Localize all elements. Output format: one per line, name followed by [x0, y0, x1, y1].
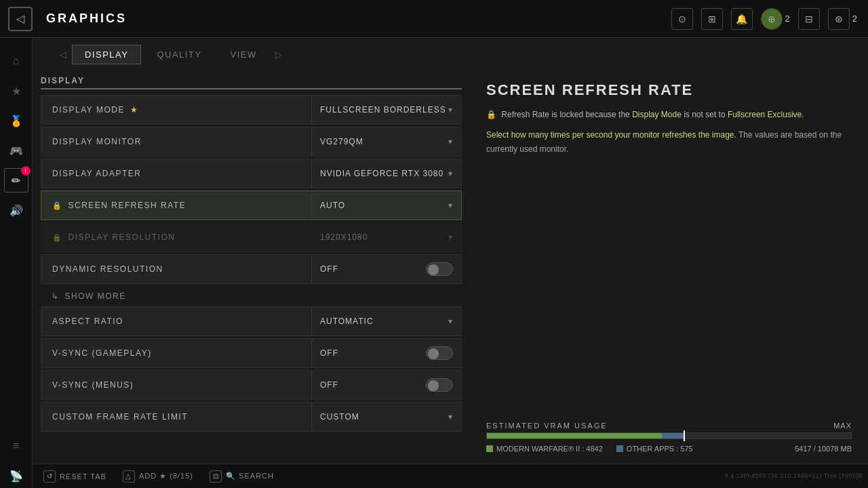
- legend-dot-other: [616, 445, 623, 452]
- page-title: GRAPHICS: [46, 12, 127, 26]
- show-more-label: SHOW MORE: [65, 291, 126, 301]
- content-area: DISPLAY DISPLAY MODE ★ FULLSCREEN BORDER…: [33, 70, 868, 464]
- tab-bar: ◁ DISPLAY QUALITY VIEW ▷: [33, 38, 868, 70]
- detail-locked-text2: is locked because the: [551, 110, 632, 119]
- sidebar-social[interactable]: 📡: [4, 464, 28, 488]
- show-more-row[interactable]: ↳ SHOW MORE: [41, 286, 462, 306]
- reset-tab-label: RESET TAB: [60, 472, 106, 481]
- sidebar-list[interactable]: ≡: [4, 434, 28, 458]
- chevron-icon: ▾: [448, 169, 453, 178]
- vram-header: ESTIMATED VRAM USAGE MAX: [486, 422, 852, 430]
- section-header: DISPLAY: [41, 76, 462, 89]
- row-display-adapter[interactable]: DISPLAY ADAPTER NVIDIA GEFORCE RTX 3080 …: [41, 159, 462, 188]
- row-aspect-ratio-value: AUTOMATIC ▾: [312, 317, 461, 326]
- search-box-icon: ⊡: [210, 470, 222, 483]
- row-display-monitor-value: VG279QM ▾: [312, 137, 461, 146]
- vram-bar: [486, 432, 852, 439]
- version-info: 9.4.13054550 (36.210.1465+11) Trns [7000…: [725, 464, 868, 488]
- row-display-adapter-label: DISPLAY ADAPTER: [41, 169, 311, 178]
- tab-quality[interactable]: QUALITY: [144, 45, 214, 64]
- chevron-icon: ▾: [448, 137, 453, 146]
- row-dynamic-resolution-label: DYNAMIC RESOLUTION: [41, 264, 311, 274]
- row-aspect-ratio-label: ASPECT RATIO: [41, 317, 311, 326]
- row-vsync-menus-value: OFF: [312, 378, 461, 392]
- row-display-mode-value: FULLSCREEN BORDERLESS ▾: [312, 105, 461, 115]
- tab-display[interactable]: DISPLAY: [72, 45, 141, 64]
- row-aspect-ratio[interactable]: ASPECT RATIO AUTOMATIC ▾: [41, 306, 462, 336]
- chevron-icon: ▾: [448, 317, 453, 326]
- settings-icon[interactable]: ⊙: [671, 8, 693, 30]
- row-dynamic-resolution[interactable]: DYNAMIC RESOLUTION OFF: [41, 254, 462, 284]
- row-screen-refresh-label: 🔒 SCREEN REFRESH RATE: [41, 201, 311, 210]
- add-icon: △: [123, 470, 135, 483]
- star-icon: ★: [130, 105, 139, 115]
- row-display-mode[interactable]: DISPLAY MODE ★ FULLSCREEN BORDERLESS ▾: [41, 95, 462, 125]
- left-panel: DISPLAY DISPLAY MODE ★ FULLSCREEN BORDER…: [33, 70, 470, 464]
- vram-mw-label: MODERN WARFARE® II : 4842: [496, 445, 603, 453]
- row-display-monitor-label: DISPLAY MONITOR: [41, 137, 311, 146]
- sidebar-star[interactable]: ★: [4, 79, 28, 103]
- sidebar-badge: !: [21, 166, 31, 176]
- chevron-icon: ▾: [448, 105, 453, 115]
- add-favorite-label: ADD ★ (8/15): [139, 472, 193, 481]
- tab-view[interactable]: VIEW: [218, 45, 270, 64]
- bell-icon[interactable]: 🔔: [731, 8, 753, 30]
- top-bar: ◁ GRAPHICS ⊙ ⊞ 🔔 ⊕ 2 ⊟ ⊛ 2: [0, 0, 868, 38]
- sidebar-controller[interactable]: 🎮: [4, 138, 28, 163]
- row-vsync-gameplay[interactable]: V-SYNC (GAMEPLAY) OFF: [41, 338, 462, 368]
- version-text: 9.4.13054550 (36.210.1465+11) Trns [7000…: [725, 472, 863, 479]
- mission-icon[interactable]: ⊟: [798, 8, 820, 30]
- profile-icon-1[interactable]: ⊕ 2: [761, 8, 790, 30]
- row-screen-refresh-value: AUTO ▾: [312, 201, 461, 210]
- row-vsync-gameplay-label: V-SYNC (GAMEPLAY): [41, 348, 311, 358]
- row-display-mode-label: DISPLAY MODE ★: [41, 105, 311, 115]
- top-bar-right: ⊙ ⊞ 🔔 ⊕ 2 ⊟ ⊛ 2: [671, 8, 868, 30]
- detail-locked-text1: Refresh Rate: [501, 110, 549, 119]
- row-display-monitor[interactable]: DISPLAY MONITOR VG279QM ▾: [41, 127, 462, 157]
- chevron-icon: ▾: [448, 412, 453, 422]
- row-screen-refresh[interactable]: 🔒 SCREEN REFRESH RATE AUTO ▾: [41, 190, 462, 220]
- reset-tab-action[interactable]: ↺ RESET TAB: [43, 470, 106, 483]
- row-frame-rate-limit[interactable]: CUSTOM FRAME RATE LIMIT CUSTOM ▾: [41, 402, 462, 432]
- tab-right-icon: ▷: [275, 49, 282, 60]
- detail-description: Select how many times per second your mo…: [486, 128, 852, 156]
- detail-locked: 🔒 Refresh Rate is locked because the Dis…: [486, 108, 852, 121]
- vsync-menus-toggle[interactable]: [426, 378, 453, 392]
- row-frame-rate-limit-value: CUSTOM ▾: [312, 412, 461, 422]
- detail-desc1: Select how many times per second your mo…: [486, 130, 736, 140]
- vsync-gameplay-toggle[interactable]: [426, 346, 453, 360]
- profile-icon-2[interactable]: ⊛ 2: [828, 8, 857, 30]
- top-bar-left: ◁ GRAPHICS: [0, 7, 149, 31]
- search-label: 🔍 SEARCH: [226, 472, 274, 481]
- vram-section: ESTIMATED VRAM USAGE MAX MODERN WARFARE®…: [486, 422, 852, 453]
- sidebar-audio[interactable]: 🔊: [4, 198, 28, 222]
- detail-locked-text5: Fullscreen Exclusive.: [728, 110, 804, 119]
- sidebar: ⌂ ★ 🏅 🎮 ✏ ! 🔊 ≡ 📡: [0, 38, 33, 488]
- vram-marker: [684, 430, 685, 441]
- row-display-adapter-value: NVIDIA GEFORCE RTX 3080 ▾: [312, 169, 461, 178]
- back-button[interactable]: ◁: [8, 7, 33, 31]
- vram-legend-other: OTHER APPS : 575: [616, 445, 693, 453]
- vram-other-label: OTHER APPS : 575: [627, 445, 693, 453]
- sidebar-settings[interactable]: ✏ !: [4, 168, 28, 192]
- vram-total: 5417 / 10078 MB: [795, 445, 852, 453]
- row-vsync-menus[interactable]: V-SYNC (MENUS) OFF: [41, 370, 462, 400]
- chevron-icon: ▾: [448, 232, 453, 242]
- chevron-icon: ▾: [448, 201, 453, 210]
- vram-max-label: MAX: [833, 422, 852, 430]
- dynamic-resolution-toggle[interactable]: [426, 262, 453, 276]
- row-vsync-gameplay-value: OFF: [312, 346, 461, 360]
- row-display-resolution-value: 1920X1080 ▾: [312, 232, 461, 242]
- add-favorite-action[interactable]: △ ADD ★ (8/15): [123, 470, 193, 483]
- sidebar-trophy[interactable]: 🏅: [4, 108, 28, 133]
- detail-locked-text4: is not set to: [684, 110, 728, 119]
- grid-icon[interactable]: ⊞: [701, 8, 723, 30]
- show-more-arrow: ↳: [52, 291, 60, 301]
- sidebar-home[interactable]: ⌂: [4, 49, 28, 73]
- row-frame-rate-limit-label: CUSTOM FRAME RATE LIMIT: [41, 412, 311, 422]
- reset-icon: ↺: [43, 470, 56, 483]
- profile-count-2: 2: [852, 14, 857, 24]
- lock-icon: 🔒: [52, 233, 63, 242]
- search-action[interactable]: ⊡ 🔍 SEARCH: [210, 470, 274, 483]
- vram-legend: MODERN WARFARE® II : 4842 OTHER APPS : 5…: [486, 445, 852, 453]
